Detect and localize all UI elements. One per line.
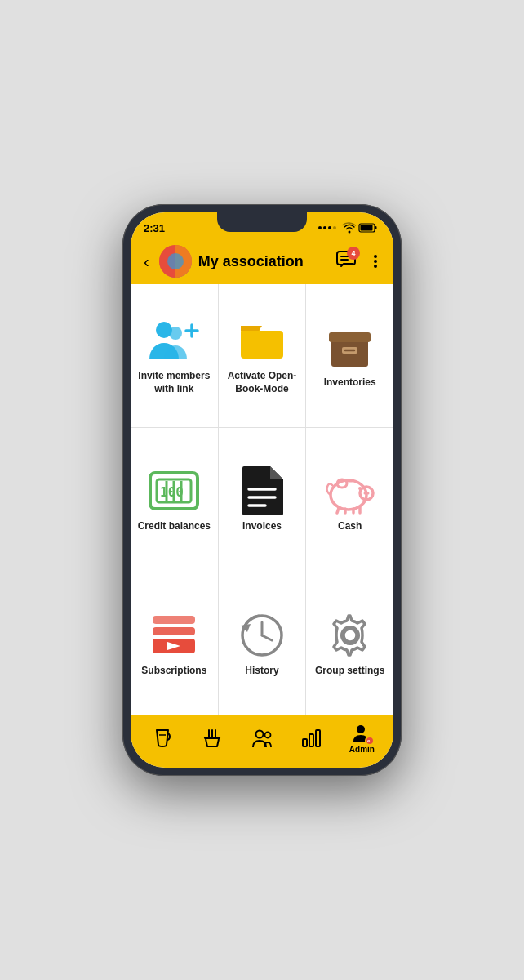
food-icon: [202, 728, 222, 748]
piggy-icon: [326, 466, 375, 515]
svg-rect-41: [153, 627, 195, 635]
settings-icon: [326, 611, 375, 660]
back-button[interactable]: ‹: [140, 249, 153, 274]
header-actions: 4: [336, 251, 384, 272]
tab-members[interactable]: [237, 729, 286, 747]
svg-point-55: [265, 733, 271, 738]
tab-food[interactable]: [187, 728, 237, 748]
notch: [217, 212, 307, 232]
tab-drinks[interactable]: [137, 728, 187, 748]
svg-text:e: e: [367, 738, 371, 743]
svg-point-9: [374, 255, 377, 258]
svg-point-32: [366, 492, 369, 495]
wifi-icon: [343, 223, 356, 233]
svg-point-48: [344, 629, 357, 642]
tab-stats[interactable]: [287, 729, 337, 747]
svg-point-11: [374, 265, 377, 268]
tab-bar: e Admin: [131, 715, 393, 768]
svg-line-35: [337, 508, 339, 513]
admin-tab-label: Admin: [349, 745, 375, 754]
status-time: 2:31: [144, 222, 165, 234]
svg-rect-17: [329, 332, 371, 342]
svg-rect-56: [303, 739, 307, 746]
history-icon: [238, 611, 286, 660]
open-book-label: Activate Open-Book-Mode: [224, 370, 301, 395]
group-settings-label: Group settings: [315, 665, 384, 678]
grid-item-cash[interactable]: Cash: [306, 428, 393, 571]
grid-item-open-book-mode[interactable]: Activate Open-Book-Mode: [219, 284, 306, 427]
svg-rect-40: [153, 616, 195, 624]
svg-rect-2: [375, 226, 377, 229]
grid-item-invoices[interactable]: Invoices: [219, 428, 306, 571]
inventories-label: Inventories: [324, 376, 376, 390]
svg-point-34: [358, 487, 362, 490]
credit-icon: 100: [149, 466, 198, 515]
archive-icon: [326, 323, 375, 372]
battery-icon: [359, 223, 377, 233]
grid-item-subscriptions[interactable]: Subscriptions: [131, 572, 218, 715]
svg-rect-1: [361, 225, 373, 231]
grid-item-history[interactable]: History: [219, 572, 306, 715]
status-icons: [318, 223, 377, 233]
avatar[interactable]: [159, 245, 192, 278]
svg-point-54: [256, 731, 264, 738]
phone-frame: 2:31: [122, 204, 402, 776]
subscriptions-icon: [149, 611, 198, 660]
svg-rect-57: [309, 734, 313, 746]
grid-item-group-settings[interactable]: Group settings: [306, 572, 393, 715]
invite-members-label: Invite members with link: [135, 370, 213, 395]
cup-icon: [153, 728, 171, 748]
notification-badge: 4: [347, 247, 360, 260]
history-label: History: [245, 665, 278, 678]
folder-icon: [238, 316, 286, 365]
grid-item-credit-balances[interactable]: 100 Credit balances: [131, 428, 218, 571]
svg-point-10: [374, 260, 377, 263]
svg-point-59: [357, 725, 365, 733]
cash-label: Cash: [338, 520, 362, 533]
notifications-button[interactable]: 4: [336, 251, 356, 272]
page-title: My association: [198, 253, 330, 270]
svg-point-5: [167, 253, 184, 270]
invoices-label: Invoices: [242, 520, 282, 533]
phone-screen: 2:31: [131, 212, 393, 768]
invoice-icon: [238, 466, 286, 515]
svg-point-13: [169, 327, 182, 340]
svg-rect-58: [316, 730, 320, 746]
more-options-icon[interactable]: [367, 253, 384, 270]
stats-icon: [302, 729, 322, 747]
grid-item-inventories[interactable]: Inventories: [306, 284, 393, 427]
svg-text:100: 100: [160, 484, 184, 500]
menu-grid: Invite members with link Activate Open-B…: [131, 284, 393, 715]
credit-balances-label: Credit balances: [138, 520, 211, 533]
svg-point-31: [363, 492, 366, 495]
members-icon: [251, 729, 273, 747]
subscriptions-label: Subscriptions: [141, 665, 206, 678]
header: ‹ My association 4: [131, 238, 393, 284]
tab-admin[interactable]: e Admin: [337, 724, 387, 754]
invite-icon: [149, 316, 198, 365]
signal-dots: [318, 226, 336, 229]
svg-line-46: [262, 635, 272, 640]
grid-item-invite-members[interactable]: Invite members with link: [131, 284, 218, 427]
